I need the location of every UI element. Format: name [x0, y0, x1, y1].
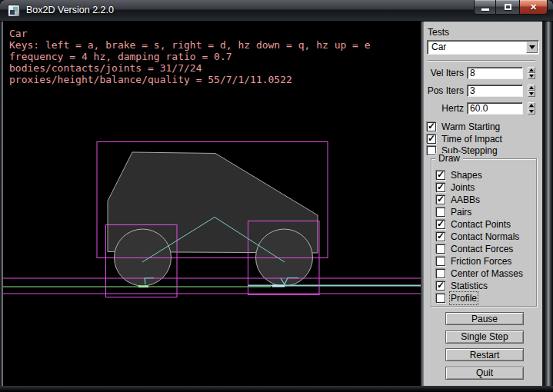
- checkbox-label-center-of-masses: Center of Masses: [451, 268, 523, 279]
- checkbox-joints[interactable]: ✓Joints: [436, 181, 523, 194]
- checkbox-pairs[interactable]: Pairs: [436, 206, 523, 218]
- pause-button[interactable]: Pause: [445, 312, 524, 325]
- vel-iters-input[interactable]: 8: [467, 67, 523, 79]
- quit-button[interactable]: Quit: [445, 367, 524, 380]
- app-icon-detail: [10, 10, 15, 15]
- checkbox-label-contact-points: Contact Points: [451, 219, 511, 230]
- check-mark-icon: ✓: [437, 194, 445, 204]
- check-mark-icon: ✓: [437, 231, 445, 241]
- checkbox-statistics[interactable]: ✓Statistics: [436, 280, 523, 292]
- checkbox-label-warm-starting: Warm Starting: [441, 121, 500, 132]
- checkbox-box-center-of-masses[interactable]: [436, 269, 445, 278]
- tests-dropdown-value: Car: [431, 42, 446, 53]
- action-buttons: PauseSingle StepRestartQuit: [445, 312, 524, 380]
- checkbox-aabbs[interactable]: ✓AABBs: [436, 194, 523, 206]
- checkbox-box-joints[interactable]: ✓: [436, 183, 445, 192]
- check-mark-icon: ✓: [437, 181, 445, 192]
- stats-text-line: Car: [9, 28, 371, 39]
- stats-text: CarKeys: left = a, brake = s, right = d,…: [9, 28, 371, 85]
- stats-text-line: proxies/height/balance/quality = 55/7/1/…: [9, 74, 371, 85]
- stats-text-line: Keys: left = a, brake = s, right = d, hz…: [9, 39, 371, 51]
- checkbox-box-friction-forces[interactable]: [436, 257, 445, 266]
- checkbox-friction-forces[interactable]: Friction Forces: [436, 255, 523, 267]
- checkbox-label-shapes: Shapes: [451, 170, 482, 181]
- checkbox-label-profile: Profile: [451, 293, 477, 304]
- checkbox-box-shapes[interactable]: ✓: [436, 171, 445, 180]
- up-arrow-icon: [529, 104, 534, 107]
- checkbox-contact-points[interactable]: ✓Contact Points: [436, 218, 523, 231]
- check-mark-icon: ✓: [428, 121, 435, 131]
- checkbox-warm-starting[interactable]: ✓Warm Starting: [427, 121, 502, 133]
- close-icon: ✕: [530, 3, 537, 12]
- control-panel: Tests Car Vel Iters8Pos Iters3Hertz60.0 …: [424, 22, 542, 386]
- down-arrow-icon: [529, 92, 534, 95]
- vel-iters-spinner-down-button[interactable]: [528, 73, 535, 79]
- checkbox-box-profile[interactable]: [436, 294, 445, 303]
- draw-groupbox-label: Draw: [435, 153, 463, 164]
- panel-separator: [428, 60, 535, 61]
- checkbox-center-of-masses[interactable]: Center of Masses: [436, 267, 523, 280]
- checkbox-box-time-of-impact[interactable]: ✓: [427, 135, 436, 144]
- restart-button[interactable]: Restart: [445, 348, 524, 361]
- maximize-button[interactable]: [496, 0, 519, 15]
- checkbox-box-warm-starting[interactable]: ✓: [427, 122, 436, 131]
- pos-iters-spinner: [528, 85, 535, 97]
- close-button[interactable]: ✕: [519, 0, 548, 15]
- checkbox-label-joints: Joints: [451, 182, 475, 193]
- checkbox-time-of-impact[interactable]: ✓Time of Impact: [427, 133, 502, 145]
- checkbox-profile[interactable]: Profile: [436, 292, 523, 304]
- up-arrow-icon: [529, 86, 534, 89]
- minimize-button[interactable]: [474, 0, 496, 15]
- hertz-input[interactable]: 60.0: [467, 102, 523, 115]
- checkbox-box-contact-normals[interactable]: ✓: [436, 232, 445, 241]
- vel-iters-spinner-up-button[interactable]: [528, 67, 535, 73]
- spinner-row-pos-iters: Pos Iters3: [424, 85, 539, 97]
- checkbox-box-contact-forces[interactable]: [436, 244, 445, 254]
- checkbox-box-aabbs[interactable]: ✓: [436, 195, 445, 204]
- tests-label: Tests: [428, 27, 449, 38]
- front-wheel-contact-point: [272, 285, 285, 287]
- checkbox-label-contact-forces: Contact Forces: [451, 244, 513, 254]
- window-frame-bottom: [0, 386, 553, 392]
- checkbox-box-statistics[interactable]: ✓: [436, 281, 445, 291]
- pos-iters-spinner-down-button[interactable]: [528, 91, 535, 97]
- checkbox-label-friction-forces: Friction Forces: [451, 256, 511, 267]
- tests-dropdown-arrow-button[interactable]: [526, 42, 538, 53]
- checkbox-label-aabbs: AABBs: [451, 194, 480, 205]
- down-arrow-icon: [529, 110, 534, 113]
- hertz-spinner-up-button[interactable]: [528, 102, 535, 108]
- checkbox-contact-normals[interactable]: ✓Contact Normals: [436, 231, 523, 243]
- checkbox-box-pairs[interactable]: [436, 208, 445, 217]
- draw-groupbox: Draw ✓Shapes✓Joints✓AABBsPairs✓Contact P…: [431, 158, 537, 307]
- check-mark-icon: ✓: [437, 169, 445, 180]
- check-mark-icon: ✓: [437, 218, 445, 229]
- titlebar[interactable]: Box2D Version 2.2.0 ✕: [0, 0, 553, 22]
- app-icon: [8, 5, 20, 17]
- stats-text-line: bodies/contacts/joints = 31/7/24: [9, 62, 371, 74]
- checkbox-box-contact-points[interactable]: ✓: [436, 220, 445, 229]
- pos-iters-spinner-up-button[interactable]: [528, 85, 535, 91]
- caption-buttons: ✕: [474, 0, 548, 15]
- window-frame-right: [542, 22, 553, 386]
- checkbox-contact-forces[interactable]: Contact Forces: [436, 243, 523, 255]
- checkbox-label-pairs: Pairs: [451, 207, 471, 218]
- checkbox-label-time-of-impact: Time of Impact: [441, 134, 502, 145]
- vel-iters-spinner: [528, 67, 535, 79]
- check-mark-icon: ✓: [437, 280, 445, 291]
- down-arrow-icon: [529, 75, 534, 78]
- simulation-canvas[interactable]: CarKeys: left = a, brake = s, right = d,…: [3, 22, 421, 386]
- up-arrow-icon: [529, 68, 534, 71]
- simulation-checkboxes: ✓Warm Starting✓Time of ImpactSub-Steppin…: [427, 121, 502, 157]
- pos-iters-input[interactable]: 3: [467, 85, 523, 97]
- check-mark-icon: ✓: [428, 133, 435, 144]
- spinner-row-hertz: Hertz60.0: [424, 102, 539, 115]
- window-title: Box2D Version 2.2.0: [26, 0, 114, 21]
- checkbox-shapes[interactable]: ✓Shapes: [436, 169, 523, 181]
- hertz-spinner-down-button[interactable]: [528, 108, 535, 115]
- single-step-button[interactable]: Single Step: [445, 331, 524, 344]
- chevron-down-icon: [529, 45, 535, 49]
- checkbox-label-contact-normals: Contact Normals: [451, 231, 519, 242]
- tests-dropdown[interactable]: Car: [427, 40, 539, 55]
- stats-text-line: frequency = 4 hz, damping ratio = 0.7: [9, 51, 371, 62]
- spinner-row-vel-iters: Vel Iters8: [424, 67, 539, 79]
